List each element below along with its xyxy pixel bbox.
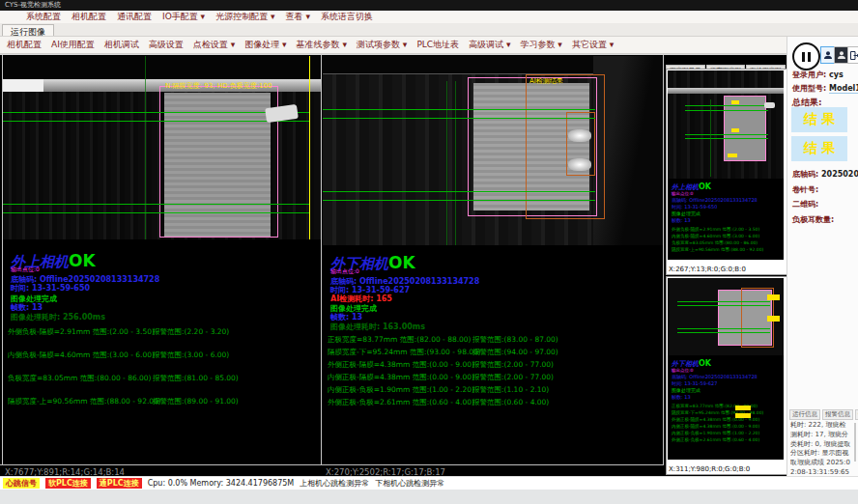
measurement-row: 正极宽度=83.77mm 范围:(82.00 - 88.00) bbox=[672, 404, 782, 410]
toolbar-item[interactable]: 其它设置 ▾ bbox=[572, 39, 614, 51]
pause-icon bbox=[808, 52, 811, 62]
toolbar-item[interactable]: 高级调试 ▾ bbox=[469, 39, 510, 51]
bright-block bbox=[3, 79, 43, 92]
menu-item[interactable]: 相机配置 bbox=[72, 11, 106, 23]
menu-item[interactable]: 查看 ▾ bbox=[286, 11, 310, 23]
toolbar-item[interactable]: 点检设置 ▾ bbox=[193, 39, 235, 51]
measurement-row: 内侧正极-负极=1.90mm 范围:(1.00 - 2.20) 报警范围:(1.… bbox=[328, 385, 661, 398]
menu-item[interactable]: 通讯配置 bbox=[117, 11, 152, 23]
alarm-range: 报警范围:(81.00 - 85.00) bbox=[153, 374, 239, 383]
frame-text: 帧数: 13 bbox=[672, 394, 691, 400]
connector-part bbox=[764, 102, 775, 108]
info-scrollbar[interactable] bbox=[854, 423, 856, 462]
yellow-mark bbox=[728, 154, 737, 157]
measurement-value: 隔膜宽度-上=90.56mm 范围:(88.00 - 92.00) bbox=[672, 247, 763, 252]
toolbar-item[interactable]: AI使用配置 bbox=[51, 39, 95, 51]
measure-line bbox=[323, 191, 595, 192]
measurement-row: 隔膜宽度-上=90.56mm 范围:(88.00 - 92.00) 报警范围:(… bbox=[8, 397, 319, 420]
toolbar-item[interactable]: 测试项参数 ▾ bbox=[357, 39, 407, 51]
yellow-mark bbox=[731, 128, 739, 132]
measurement-row: 隔膜宽度-上=90.56mm 范围:(88.00 - 92.00) bbox=[672, 247, 782, 254]
qr-label: 二维码: bbox=[792, 199, 818, 210]
status-ok: OK bbox=[388, 253, 415, 272]
alarm-range: 报警范围:(2.00 - 77.00) bbox=[472, 373, 554, 382]
toolbar-item[interactable]: PLC地址表 bbox=[416, 39, 459, 51]
measurement-value: 负极宽度=83.05mm 范围:(80.00 - 86.00) bbox=[8, 374, 152, 383]
tab-run-image[interactable]: 运行图像 bbox=[2, 24, 54, 36]
measure-line bbox=[3, 121, 309, 122]
green-vline bbox=[710, 99, 711, 177]
process-time-text: 图像处理耗时: 163.00ms bbox=[330, 322, 425, 332]
model-row: 使用型号: Model1 bbox=[792, 83, 858, 94]
frame-text: 帧数: 13 bbox=[672, 217, 691, 223]
alarm-range: 报警范围:(1.10 - 2.10) bbox=[472, 385, 549, 395]
toolbar-item[interactable]: 图像处理 ▾ bbox=[244, 39, 286, 51]
measurement-row: 负极宽度=83.05mm 范围:(80.00 - 86.00) 报警范围:(81… bbox=[8, 374, 319, 397]
toolbar-item[interactable]: 相机配置 bbox=[7, 39, 42, 51]
pause-button[interactable] bbox=[792, 42, 820, 70]
camera-view-upper[interactable]: N:隔膜宽度: 93; HD:负极宽度:100 bbox=[3, 56, 321, 239]
measure-line bbox=[3, 112, 309, 113]
tab-count-label: 负极耳数量: bbox=[792, 214, 834, 225]
user-badge-button[interactable] bbox=[834, 46, 848, 64]
measure-line bbox=[685, 105, 768, 106]
exit-button[interactable] bbox=[847, 46, 858, 64]
toolbar-item[interactable]: 学习参数 ▾ bbox=[521, 39, 562, 51]
measurement-row: 隔膜宽度-下=95.24mm 范围:(93.00 - 98.00) bbox=[672, 410, 782, 417]
camera-down-heartbeat-text: 下相机心跳检测异常 bbox=[375, 478, 444, 489]
measurement-row: 外侧正极-负极=2.61mm 范围:(0.60 - 4.00) 报警范围:(0.… bbox=[328, 398, 661, 410]
alarm-range: 报警范围:(2.00 - 77.00) bbox=[472, 360, 554, 370]
time-text: 时间: 13-31-59-650 bbox=[11, 283, 90, 294]
alarm-range: 报警范围:(89.00 - 91.00) bbox=[153, 397, 239, 406]
info-tab[interactable]: 运行信息 bbox=[789, 409, 820, 420]
thumb-text-lower: 外下相机OK 输出点位:0 底轴码: Offline20250208133134… bbox=[668, 355, 784, 460]
user-login-button[interactable] bbox=[820, 46, 835, 64]
barcode-text: 底轴码: Offline20250208133134728 bbox=[672, 374, 758, 379]
measurement-row: 内侧正极-隔膜=4.38mm 范围:(0.00 - 9.00) 报警范围:(2.… bbox=[328, 373, 661, 385]
measurement-row: 外侧负极-隔膜=2.91mm 范围:(2.00 - 3.50) bbox=[672, 227, 782, 234]
measure-line bbox=[323, 109, 595, 110]
measure-line bbox=[677, 332, 770, 333]
menu-item[interactable]: 光源控制配置 ▾ bbox=[215, 11, 274, 23]
exit-door-icon bbox=[849, 50, 858, 61]
bright-blob bbox=[568, 129, 591, 142]
panel-separator bbox=[663, 55, 664, 464]
camera-view-lower[interactable]: AI检测结果 bbox=[323, 56, 663, 245]
measurement-value: 负极宽度=83.05mm 范围:(80.00 - 86.00) bbox=[672, 240, 758, 245]
toolbar-item[interactable]: 高级设置 bbox=[149, 39, 184, 51]
plc-soft-badge: 软PLC连接 bbox=[45, 478, 91, 489]
output-point-text: 输出点位:0 bbox=[330, 267, 359, 276]
measurement-row: 外侧正极-隔膜=4.38mm 范围:(0.00 - 9.00) 报警范围:(2.… bbox=[328, 360, 661, 373]
thumbnail-upper[interactable]: 外上相机OK 输出点位:0 底轴码: Offline20250208133134… bbox=[666, 69, 787, 275]
plc-comm-badge: 通PLC连接 bbox=[97, 478, 142, 489]
overlay-ai-label: AI检测结果 bbox=[529, 76, 563, 86]
measurement-value: 外侧负极-隔膜=2.91mm 范围:(2.00 - 3.50) bbox=[672, 227, 759, 232]
process-time-text: 图像处理耗时: 256.00ms bbox=[11, 312, 105, 322]
machine-shadow bbox=[3, 56, 321, 79]
measurement-value: 内侧负极-隔膜=4.60mm 范围:(3.00 - 6.00) bbox=[8, 350, 155, 360]
sidebar: 登录用户: cys 使用型号: Model1 总结果: 结果 结果 底轴码: 2… bbox=[786, 37, 858, 476]
main-area: N:隔膜宽度: 93; HD:负极宽度:100 外上相机OK 输出点位:0 底轴… bbox=[0, 54, 786, 476]
model-value[interactable]: Model1 bbox=[829, 84, 858, 94]
app-window: CYS-视觉检测系统 C 系统配置相机配置通讯配置IO手配置 ▾光源控制配置 ▾… bbox=[0, 0, 858, 504]
yellow-mark bbox=[767, 316, 780, 322]
camera-name: 外上相机 bbox=[672, 182, 699, 191]
toolbar-item[interactable]: 基准线参数 ▾ bbox=[297, 39, 347, 51]
measurement-row: 内侧负极-隔膜=4.60mm 范围:(3.00 - 6.00) bbox=[672, 234, 782, 240]
measurement-row: 内侧正极-隔膜=4.38mm 范围:(0.00 - 9.00) bbox=[672, 424, 782, 431]
time-text: 时间: 13-31-59-650 bbox=[672, 204, 717, 210]
thumbnail-lower[interactable]: 外下相机OK 输出点位:0 底轴码: Offline20250208133134… bbox=[666, 276, 787, 475]
panel-separator bbox=[321, 55, 322, 464]
alarm-range: 报警范围:(2.20 - 3.20) bbox=[153, 327, 229, 337]
green-vline bbox=[455, 81, 456, 245]
menu-item[interactable]: IO手配置 ▾ bbox=[162, 11, 205, 23]
menubar: 系统配置相机配置通讯配置IO手配置 ▾光源控制配置 ▾查看 ▾系统语言切换 bbox=[0, 11, 858, 23]
toolbar-item[interactable]: 相机调试 bbox=[104, 39, 139, 51]
barcode-text: 底轴码: Offline20250208133134728 bbox=[672, 197, 758, 203]
measurement-value: 外侧正极-隔膜=4.38mm 范围:(0.00 - 9.00) bbox=[328, 360, 474, 370]
menu-item[interactable]: 系统语言切换 bbox=[321, 11, 373, 23]
pin-label: 卷针号: bbox=[792, 184, 818, 195]
menu-item[interactable]: 系统配置 bbox=[26, 11, 61, 23]
measure-line bbox=[685, 134, 768, 135]
info-tab[interactable]: 报警信息 bbox=[822, 409, 853, 420]
